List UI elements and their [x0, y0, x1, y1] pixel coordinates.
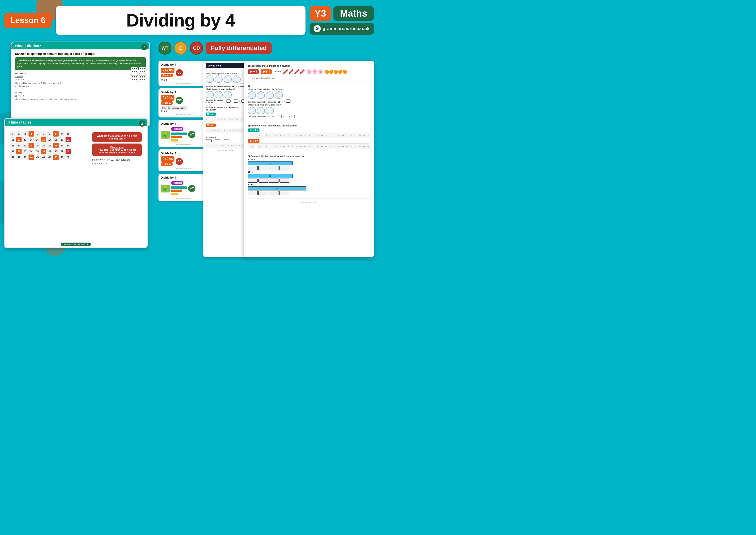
lesson-badge: Lesson 6 [4, 13, 52, 28]
tt-cell-38: 38 [53, 149, 59, 154]
slide1-heading: What is division? [15, 44, 41, 48]
ws-card5-gramm: grammarsaurus.co.uk [161, 197, 205, 199]
ws-main-fb-5 [248, 107, 256, 114]
tt-cell-4: 4 [29, 131, 34, 137]
tt-cell-10: 10 [66, 131, 71, 137]
ans-3c [224, 139, 230, 142]
ws-card2-formula: 2+2=4 [161, 95, 175, 100]
ws-mid-s1-label: 1) [205, 70, 246, 72]
that-text: that [92, 162, 96, 165]
bar-model-row-1b [248, 166, 370, 170]
ws-card-1: Divide by 4 2+2=4 Fluency GD 24 ÷ 4 gram… [158, 61, 208, 86]
tt-cell-13: 13 [22, 137, 28, 142]
puzzle-icon-2: 🧩 [161, 184, 170, 192]
ws-card1-eq: 24 ÷ 4 [161, 79, 205, 81]
ws-middle-page: Divide by 4 1) Share 12 fish equally in … [203, 61, 248, 257]
gd-badge: GD [190, 42, 203, 55]
tt-cell-18: 18 [53, 137, 59, 142]
tt-cell-12: 12 [16, 137, 21, 142]
ws-card3-title: Divide by 4 [161, 122, 205, 125]
wt-badge: WT [158, 42, 172, 55]
ws-main-fb-2 [257, 91, 265, 99]
tt-cell-5: 5 [35, 131, 40, 137]
ws-card5-level: WT [188, 185, 195, 192]
fully-diff-banner: Fully differentiated [205, 42, 272, 54]
slide2-header: 4 times tables [5, 119, 147, 126]
bar-model-row-2: 12 [248, 174, 370, 178]
ws-card1-formula: 2+2=4 [161, 68, 175, 73]
slide-what-is-division: What is division? 3 Division is splittin… [11, 42, 150, 127]
bm-sm-5 [248, 179, 258, 183]
left-slides-area: What is division? 3 Division is splittin… [4, 42, 152, 257]
tt-cell-19: 19 [59, 137, 65, 142]
ws-main-nl1: 0123456789101112131415161718192021222324… [248, 133, 370, 138]
ws-middle-section2: 2) Use the number line to show the calcu… [205, 105, 246, 133]
ws-mid-s1-eq2: Complete the number sentence ÷ = [205, 99, 246, 103]
bar-yellow-2 [171, 193, 178, 195]
ws-main-bar1: 20 ÷ 4 = 20 [248, 158, 370, 170]
ws-card5-badge: Pictorial [171, 181, 183, 184]
ans-box-2b [234, 99, 238, 103]
tt-cell-2: 2 [16, 131, 21, 137]
ws-main-s3: 2) Use the number line to show the calcu… [248, 125, 370, 152]
bar-model-row-1: 20 [248, 161, 370, 165]
dice-2 [139, 67, 146, 74]
tt-cell-32: 32 [16, 149, 21, 154]
ws-card-4: Divide by 4 2+2=4 Fluency GD grammarsaur… [158, 149, 208, 171]
tt-cell-44: 44 [29, 155, 34, 160]
nl2-numbers: 0246810121416182022242628 [206, 128, 246, 133]
tt-cell-11: 11 [10, 137, 15, 142]
ws-main-bar2-label: 12 ÷ 4 = [248, 171, 370, 173]
slide2-right: What are the multiples of 4 on this numb… [92, 131, 144, 165]
ws-mid-s2-label: 2) Use the number line to show the calcu… [205, 106, 246, 111]
tt-cell-47: 47 [47, 155, 52, 160]
tt-cell-28: 28 [53, 143, 59, 148]
slide2-bottom-text: If I know 4 × 3 = 12, I can calculate th… [92, 158, 144, 165]
tt-cell-26: 26 [41, 143, 46, 148]
ws-card1-badge: Fluency [161, 74, 173, 77]
ws-s1-note: can be grouped equally into 4s. [248, 77, 276, 79]
ws-mid-s2-eq1: 12 ÷ 4 = [205, 113, 216, 116]
tt-cell-24: 24 [29, 143, 34, 148]
tt-cell-27: 27 [47, 143, 52, 148]
tt-cell-45: 45 [35, 155, 40, 160]
bar-orange [171, 136, 182, 138]
slide1-content: Division is splitting an amount into equ… [12, 49, 149, 103]
dice-decoration [131, 67, 146, 82]
tt-cell-8: 8 [53, 131, 59, 137]
tt-cell-15: 15 [35, 137, 40, 142]
dice-4 [139, 75, 146, 82]
tt-cell-20: 20 [66, 137, 71, 142]
ws-left-column: Divide by 4 2+2=4 Fluency GD 24 ÷ 4 gram… [158, 61, 208, 203]
tt-cell-37: 37 [47, 149, 52, 154]
ws-main-s3-eq1: 12 ÷ 4 = [248, 128, 259, 132]
images-row: 🖍️🖍️🖍️🖍️ 🌸🌸🌸 🟠🟠🟠🟠🟠 [283, 69, 347, 74]
ws-main-s3-eq2: 28 ÷ 4 = [248, 139, 259, 143]
tt-cell-16: 16 [41, 137, 46, 142]
year-maths-row: Y3 Maths [310, 6, 374, 21]
nl1-numbers: 0123456789101112 [206, 117, 246, 122]
bar-teal [171, 132, 187, 135]
right-section: WT E GD Fully differentiated Divide by 4… [158, 42, 374, 257]
bm-blue-1: 20 [248, 161, 293, 165]
worksheet-stack: Divide by 4 2+2=4 Fluency GD 24 ÷ 4 gram… [158, 61, 374, 257]
tt-cell-25: 25 [35, 143, 40, 148]
bm-sm-8 [280, 179, 289, 183]
ws-mid-s1-text: Share 12 fish equally in to the fishbowl… [205, 72, 246, 74]
tt-cell-46: 46 [41, 155, 46, 160]
ws-card3-gramm: grammarsaurus.co.uk [161, 143, 205, 145]
ws-main-fb-7 [266, 107, 274, 114]
tt-cell-3: 3 [22, 131, 28, 137]
ws-main-bar3-label: 44 ÷ 4 = [248, 183, 370, 186]
number-line-3: 024681012141618202224262830 [205, 143, 246, 148]
bm-sm-3 [269, 166, 279, 170]
bm-sm-2 [258, 166, 268, 170]
bm-sm-6 [258, 179, 268, 183]
ws-card1-gramm: grammarsaurus.co.uk [161, 82, 205, 84]
bar-yellow [171, 139, 178, 142]
ws-main-fishbowls [248, 91, 370, 99]
ws-main-fb-4 [275, 91, 283, 99]
question-box: What are the multiples of 4 on this numb… [92, 132, 142, 142]
ws-main-fb-3 [266, 91, 274, 99]
ws-main-s2: 1) Share 12 fish equally in to the fishb… [248, 85, 370, 121]
